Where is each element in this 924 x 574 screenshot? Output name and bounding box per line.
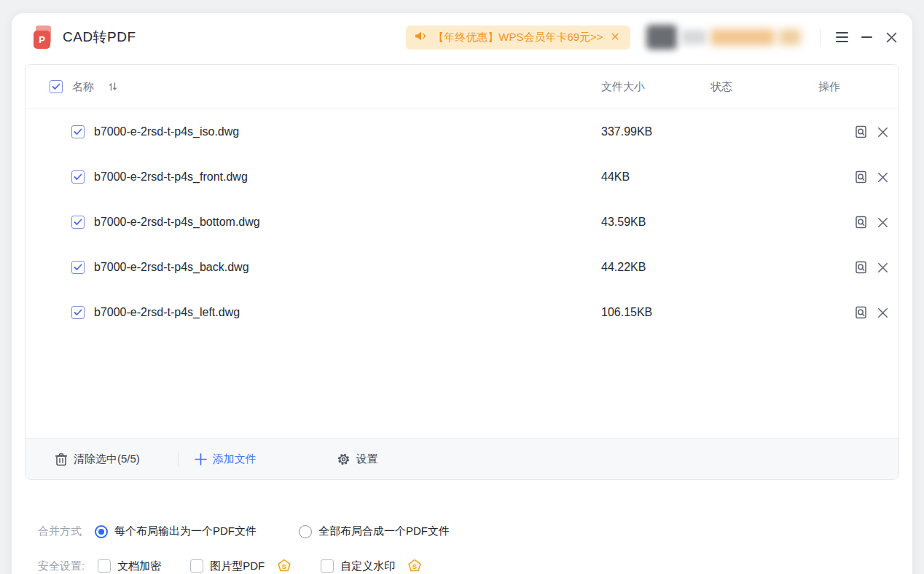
table-row[interactable]: b7000-e-2rsd-t-p4s_iso.dwg 337.99KB	[26, 109, 898, 154]
encrypt-checkbox[interactable]	[98, 559, 111, 573]
radio-option-per-layout[interactable]: 每个布局输出为一个PDF文件	[95, 524, 257, 538]
promo-banner-close-icon[interactable]: ✕	[609, 31, 622, 43]
table-row[interactable]: b7000-e-2rsd-t-p4s_back.dwg 44.22KB	[26, 245, 898, 290]
remove-icon[interactable]	[877, 262, 888, 273]
app-logo-icon: P	[34, 25, 55, 49]
add-files-label: 添加文件	[213, 452, 257, 466]
hamburger-icon	[836, 32, 848, 42]
preview-icon[interactable]	[854, 305, 869, 320]
column-header-actions: 操作	[818, 80, 898, 94]
user-name-blur	[681, 30, 706, 44]
clear-selected-label: 清除选中(5/5)	[74, 452, 140, 466]
file-name: b7000-e-2rsd-t-p4s_back.dwg	[94, 261, 249, 274]
file-name: b7000-e-2rsd-t-p4s_left.dwg	[94, 306, 240, 319]
vip-badge-icon: S	[407, 559, 422, 573]
watermark-checkbox[interactable]	[321, 559, 334, 573]
membership-badge-blur	[710, 29, 775, 45]
row-checkbox[interactable]	[71, 170, 85, 184]
remove-icon[interactable]	[877, 127, 888, 138]
file-table-panel: 名称 文件大小 状态 操作 b7000-e-2rsd-t-p4s_iso.dwg…	[25, 64, 899, 480]
preview-icon[interactable]	[854, 260, 869, 275]
promo-banner[interactable]: 【年终优惠】WPS会员年卡69元>> ✕	[406, 25, 630, 50]
file-name: b7000-e-2rsd-t-p4s_bottom.dwg	[94, 216, 260, 229]
menu-button[interactable]	[829, 25, 854, 50]
settings-button[interactable]: 设置	[337, 452, 378, 466]
file-name: b7000-e-2rsd-t-p4s_front.dwg	[94, 170, 248, 184]
column-header-name: 名称	[72, 80, 94, 94]
toolbar-divider	[178, 452, 179, 466]
image-pdf-option[interactable]: 图片型PDF S	[190, 559, 291, 573]
table-row[interactable]: b7000-e-2rsd-t-p4s_left.dwg 106.15KB	[26, 290, 898, 335]
encrypt-label: 文档加密	[117, 559, 161, 573]
remove-icon[interactable]	[877, 172, 888, 183]
image-pdf-checkbox[interactable]	[190, 559, 203, 573]
security-settings-label: 安全设置:	[38, 559, 85, 573]
vip-badge-icon: S	[277, 559, 291, 573]
title-bar: P CAD转PDF 【年终优惠】WPS会员年卡69元>> ✕	[12, 13, 912, 61]
radio-unselected-icon[interactable]	[299, 525, 312, 538]
minimize-button[interactable]	[854, 25, 879, 50]
titlebar-divider	[820, 29, 821, 45]
file-size: 43.59KB	[601, 216, 710, 229]
user-account-area[interactable]	[646, 25, 801, 50]
row-checkbox[interactable]	[71, 261, 85, 274]
sort-icon[interactable]	[108, 82, 118, 92]
preview-icon[interactable]	[854, 215, 869, 229]
radio-option-label: 每个布局输出为一个PDF文件	[114, 524, 257, 538]
merge-mode-row: 合并方式 每个布局输出为一个PDF文件 全部布局合成一个PDF文件	[38, 524, 450, 538]
column-header-status: 状态	[710, 80, 818, 94]
file-name: b7000-e-2rsd-t-p4s_iso.dwg	[94, 125, 239, 138]
preview-icon[interactable]	[854, 170, 869, 184]
image-pdf-label: 图片型PDF	[210, 559, 265, 573]
table-row[interactable]: b7000-e-2rsd-t-p4s_bottom.dwg 43.59KB	[26, 200, 898, 245]
avatar	[646, 25, 677, 50]
promo-banner-text: 【年终优惠】WPS会员年卡69元>>	[433, 31, 603, 44]
remove-icon[interactable]	[877, 217, 888, 228]
merge-mode-label: 合并方式	[38, 524, 82, 538]
settings-label: 设置	[356, 452, 378, 466]
remove-icon[interactable]	[877, 307, 888, 318]
clear-selected-button[interactable]: 清除选中(5/5)	[55, 452, 140, 466]
megaphone-icon	[415, 31, 427, 44]
file-size: 44KB	[601, 170, 710, 184]
gear-icon	[337, 452, 351, 466]
svg-text:S: S	[412, 562, 417, 570]
file-size: 44.22KB	[601, 261, 710, 274]
radio-option-all-in-one[interactable]: 全部布局合成一个PDF文件	[299, 524, 450, 538]
row-checkbox[interactable]	[71, 306, 85, 319]
close-icon	[886, 32, 897, 43]
minimize-icon	[861, 36, 872, 38]
watermark-label: 自定义水印	[340, 559, 395, 573]
add-files-button[interactable]: 添加文件	[195, 452, 257, 466]
panel-toolbar: 清除选中(5/5) 添加文件 设置	[26, 438, 898, 479]
table-row[interactable]: b7000-e-2rsd-t-p4s_front.dwg 44KB	[26, 154, 898, 200]
select-all-checkbox[interactable]	[50, 80, 63, 93]
security-settings-row: 安全设置: 文档加密 图片型PDF S 自定义水印 S	[38, 559, 422, 573]
row-checkbox[interactable]	[71, 125, 85, 138]
app-window: P CAD转PDF 【年终优惠】WPS会员年卡69元>> ✕	[12, 13, 912, 574]
radio-selected-icon[interactable]	[95, 525, 108, 538]
row-checkbox[interactable]	[71, 216, 85, 229]
svg-text:S: S	[282, 562, 286, 570]
plus-icon	[195, 453, 207, 465]
file-size: 106.15KB	[601, 306, 710, 319]
table-header-row: 名称 文件大小 状态 操作	[26, 65, 898, 109]
close-button[interactable]	[879, 25, 904, 50]
trash-icon	[55, 452, 68, 466]
column-header-size: 文件大小	[601, 80, 710, 94]
membership-badge-blur	[779, 29, 801, 45]
radio-option-label: 全部布局合成一个PDF文件	[318, 524, 450, 538]
custom-watermark-option[interactable]: 自定义水印 S	[321, 559, 422, 573]
file-size: 337.99KB	[601, 125, 710, 138]
preview-icon[interactable]	[854, 125, 869, 139]
encrypt-document-option[interactable]: 文档加密	[98, 559, 161, 573]
app-title: CAD转PDF	[63, 28, 136, 47]
